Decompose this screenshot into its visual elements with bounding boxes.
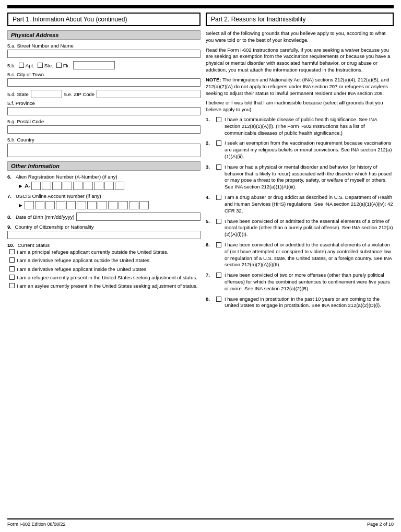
field-5h-group: 5.h. Country	[7, 137, 200, 157]
field-5f-input[interactable]	[7, 107, 200, 115]
status-checkbox-3[interactable]	[9, 266, 15, 271]
field-5d-5e-row: 5.d. State 5.e. ZIP Code	[7, 90, 200, 98]
item-checkbox-2[interactable]	[216, 140, 221, 146]
status-text-5: I am an asylee currently present in the …	[17, 283, 197, 289]
part1-suffix: (continued)	[96, 16, 127, 23]
field-5h-label: 5.h. Country	[7, 137, 200, 143]
acct-cell-4[interactable]	[56, 201, 65, 209]
acct-cell-9[interactable]	[108, 201, 117, 209]
status-checkbox-1[interactable]	[9, 249, 15, 254]
field-9-group: 9. Country of Citizenship or Nationality	[7, 224, 200, 239]
field-5a-input[interactable]	[7, 50, 200, 58]
physical-address-header: Physical Address	[7, 30, 200, 40]
status-checkbox-4[interactable]	[9, 275, 15, 280]
account-number-row: ►	[18, 201, 200, 209]
field-10-label-row: 10. Current Status	[7, 242, 200, 248]
field-5g-input[interactable]	[7, 125, 200, 134]
flr-checkbox[interactable]	[56, 63, 62, 68]
inadmissibility-item-3: 3. I have or had a physical or mental di…	[206, 164, 394, 191]
a-cell-8[interactable]	[104, 182, 114, 190]
acct-cell-10[interactable]	[119, 201, 128, 209]
item-checkbox-3[interactable]	[216, 164, 221, 170]
part2-title: Part 2. Reasons for Inadmissibility	[211, 16, 305, 23]
field-5d-input[interactable]	[31, 90, 62, 98]
acct-cell-7[interactable]	[87, 201, 97, 209]
field-6-label-row: 6. Alien Registration Number (A-Number) …	[7, 174, 200, 180]
field-5b-input[interactable]	[73, 61, 115, 69]
field-10-group: 10. Current Status I am a principal refu…	[7, 242, 200, 290]
field-5g-label: 5.g. Postal Code	[7, 119, 200, 124]
field-5e-input[interactable]	[97, 90, 200, 98]
item-text-2: I seek an exemption from the vaccination…	[225, 140, 394, 160]
acct-cell-3[interactable]	[45, 201, 55, 209]
item-num-1: 1.	[206, 116, 213, 123]
status-text-3: I am a derivative refugee applicant insi…	[17, 266, 148, 273]
top-border	[7, 5, 394, 8]
field-5h-input[interactable]	[7, 144, 200, 157]
footer-left: Form I-602 Edition 08/08/22	[7, 522, 66, 527]
a-number-row: ► A-	[18, 182, 200, 190]
a-cell-9[interactable]	[115, 182, 124, 190]
field-5g-group: 5.g. Postal Code	[7, 119, 200, 134]
field-5d-label: 5.d. State	[7, 91, 29, 97]
field-5b-flr: Flr.	[56, 63, 70, 68]
item-num-7: 7.	[206, 272, 213, 279]
field-5a-label: 5.a. Street Number and Name	[7, 43, 200, 49]
inadmissibility-item-1: 1. I have a communicable disease of publ…	[206, 116, 394, 136]
item-checkbox-4[interactable]	[216, 195, 221, 200]
a-cell-7[interactable]	[94, 182, 103, 190]
item-checkbox-5[interactable]	[216, 219, 221, 224]
field-6-group: 6. Alien Registration Number (A-Number) …	[7, 174, 200, 190]
a-cell-6[interactable]	[84, 182, 93, 190]
field-5c-group: 5.c. City or Town	[7, 72, 200, 87]
ste-checkbox[interactable]	[38, 63, 43, 68]
a-cell-5[interactable]	[73, 182, 82, 190]
right-intro1: Select all of the following grounds that…	[206, 30, 394, 44]
acct-cell-5[interactable]	[66, 201, 76, 209]
field-5c-input[interactable]	[7, 78, 200, 87]
part1-header: Part 1. Information About You (continued…	[7, 13, 200, 26]
note-label: NOTE:	[206, 77, 221, 82]
part2-header: Part 2. Reasons for Inadmissibility	[206, 13, 394, 26]
item-checkbox-1[interactable]	[216, 117, 221, 122]
status-item-1: I am a principal refugee applicant curre…	[9, 249, 200, 255]
acct-cell-11[interactable]	[129, 201, 138, 209]
a-cell-3[interactable]	[52, 182, 62, 190]
part1-title: Part 1. Information About You	[13, 16, 94, 23]
status-text-4: I am a refugee currently present in the …	[17, 275, 197, 281]
a-cell-4[interactable]	[63, 182, 72, 190]
acct-cell-2[interactable]	[35, 201, 44, 209]
status-item-3: I am a derivative refugee applicant insi…	[9, 266, 200, 273]
item-text-4: I am a drug abuser or drug addict as des…	[225, 194, 394, 214]
item-num-4: 4.	[206, 194, 213, 201]
field-5f-group: 5.f. Province	[7, 100, 200, 115]
status-checkbox-2[interactable]	[9, 257, 15, 263]
item-text-5: I have been convicted of or admitted to …	[225, 218, 394, 238]
a-cell-2[interactable]	[42, 182, 51, 190]
inadmissibility-item-5: 5. I have been convicted of or admitted …	[206, 218, 394, 238]
acct-cell-12[interactable]	[139, 201, 149, 209]
item-checkbox-8[interactable]	[216, 297, 221, 302]
acct-cell-6[interactable]	[77, 201, 86, 209]
item-num-8: 8.	[206, 296, 213, 303]
account-arrow: ►	[18, 202, 23, 208]
apt-checkbox[interactable]	[19, 63, 24, 68]
acct-cell-8[interactable]	[98, 201, 107, 209]
item-checkbox-7[interactable]	[216, 273, 221, 278]
acct-cell-1[interactable]	[25, 201, 34, 209]
field-5c-label: 5.c. City or Town	[7, 72, 200, 77]
item-text-6: I have been convicted of or admitted to …	[225, 242, 394, 268]
inadmissibility-item-4: 4. I am a drug abuser or drug addict as …	[206, 194, 394, 214]
field-7-group: 7. USCIS Online Account Number (if any) …	[7, 193, 200, 209]
status-checkbox-5[interactable]	[9, 283, 15, 288]
status-item-2: I am a derivative refugee applicant outs…	[9, 257, 200, 264]
field-9-input[interactable]	[7, 231, 200, 239]
a-cell-1[interactable]	[31, 182, 41, 190]
field-8-input[interactable]	[76, 212, 200, 221]
field-5a-group: 5.a. Street Number and Name	[7, 43, 200, 58]
right-intro2: Read the Form I-602 Instructions careful…	[206, 47, 394, 74]
item-checkbox-6[interactable]	[216, 242, 221, 247]
item-text-3: I have or had a physical or mental disor…	[225, 164, 394, 191]
other-info-header: Other Information	[7, 161, 200, 171]
right-column: Part 2. Reasons for Inadmissibility Sele…	[206, 13, 394, 513]
